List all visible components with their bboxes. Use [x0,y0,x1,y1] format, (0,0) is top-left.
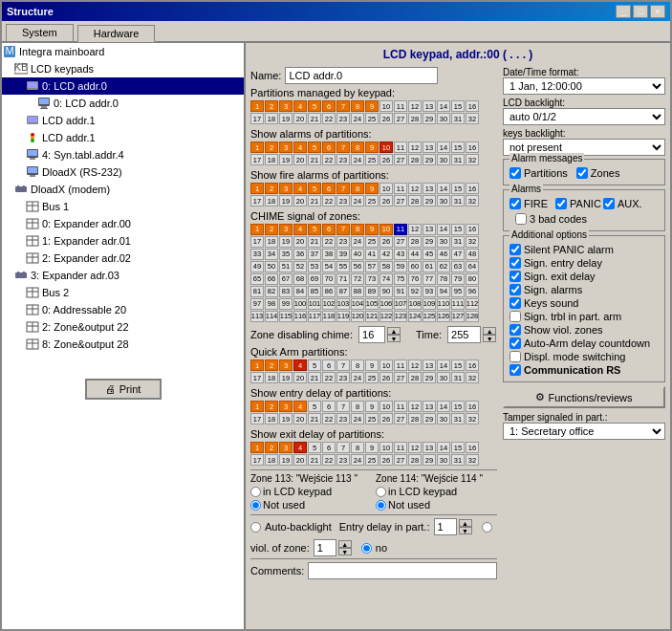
pm-12[interactable]: 12 [408,100,422,112]
al-6[interactable]: 6 [322,141,336,153]
entry-delay-down[interactable]: ▼ [459,527,472,534]
exd-21[interactable]: 21 [308,454,321,466]
exd-26[interactable]: 26 [379,454,393,466]
qa-25[interactable]: 25 [365,372,379,383]
qa-23[interactable]: 23 [336,372,350,383]
tab-hardware[interactable]: Hardware [77,25,156,42]
ch-98[interactable]: 98 [265,298,278,310]
al-10[interactable]: 10 [379,141,393,153]
tree-bus2[interactable]: 3: Expander adr.03 [2,267,244,284]
pm-6[interactable]: 6 [322,100,336,112]
pm-9[interactable]: 9 [365,100,379,112]
ch-30[interactable]: 30 [437,236,450,248]
qa-26[interactable]: 26 [379,372,393,383]
qa-11[interactable]: 11 [394,359,407,371]
al-3[interactable]: 3 [279,141,293,153]
al-4[interactable]: 4 [293,141,307,153]
ed-16[interactable]: 16 [466,401,479,412]
fa-11[interactable]: 11 [394,183,407,194]
fa-24[interactable]: 24 [351,195,364,207]
qa-4[interactable]: 4 [293,359,307,371]
exd-13[interactable]: 13 [423,442,436,453]
tree-dload2[interactable]: DloadX (RS-232) [2,163,244,181]
ch-25[interactable]: 25 [365,236,379,248]
ch-81[interactable]: 81 [250,286,264,297]
qa-31[interactable]: 31 [451,372,465,383]
ch-117[interactable]: 117 [308,311,321,322]
keys-sound-cb[interactable] [509,297,521,309]
ch-56[interactable]: 56 [351,261,364,272]
fa-7[interactable]: 7 [336,183,350,194]
ch-85[interactable]: 85 [308,286,321,297]
ed-7[interactable]: 7 [336,401,350,412]
ch-119[interactable]: 119 [336,311,350,322]
tree-dload1[interactable]: 4: Syn.tabl.addr.4 [2,146,244,163]
ed-25[interactable]: 25 [365,413,379,424]
ch-57[interactable]: 57 [365,261,379,272]
fire-cb[interactable] [509,198,521,209]
qa-1[interactable]: 1 [250,359,264,371]
fa-3[interactable]: 3 [279,183,293,194]
tree-lcd-addr1[interactable]: LCD addr.1 [2,112,244,129]
ch-11[interactable]: 11 [394,224,407,235]
pm-30[interactable]: 30 [437,113,450,124]
silent-panic-cb[interactable] [509,244,521,255]
ch-124[interactable]: 124 [408,311,422,322]
zone-chime-up[interactable]: ▲ [387,327,401,335]
pm-23[interactable]: 23 [336,113,350,124]
al-22[interactable]: 22 [322,154,336,165]
pm-17[interactable]: 17 [250,113,264,124]
ch-27[interactable]: 27 [394,236,407,248]
pm-27[interactable]: 27 [394,113,407,124]
fa-32[interactable]: 32 [466,195,479,207]
zone113-notused-radio[interactable] [250,500,261,511]
tree-addr20[interactable]: Bus 2 [2,284,244,301]
ch-70[interactable]: 70 [322,273,336,285]
pm-10[interactable]: 10 [379,100,393,112]
al-18[interactable]: 18 [265,154,278,165]
ed-27[interactable]: 27 [394,413,407,424]
pm-32[interactable]: 32 [466,113,479,124]
ch-44[interactable]: 44 [408,249,422,260]
ch-61[interactable]: 61 [423,261,436,272]
exd-9[interactable]: 9 [365,442,379,453]
ch-34[interactable]: 34 [265,249,278,260]
al-21[interactable]: 21 [308,154,321,165]
ch-113[interactable]: 113 [250,311,264,322]
ch-23[interactable]: 23 [336,236,350,248]
zone113-lcd-radio[interactable] [250,487,261,497]
alarm-partitions-cb[interactable] [509,167,521,179]
ch-60[interactable]: 60 [408,261,422,272]
tree-exp02[interactable]: 1: Expander adr.01 [2,232,244,250]
fa-14[interactable]: 14 [437,183,450,194]
ch-50[interactable]: 50 [265,261,278,272]
ch-111[interactable]: 111 [451,298,465,310]
exd-24[interactable]: 24 [351,454,364,466]
fa-20[interactable]: 20 [293,195,307,207]
ed-13[interactable]: 13 [423,401,436,412]
pm-11[interactable]: 11 [394,100,407,112]
fa-6[interactable]: 6 [322,183,336,194]
ed-17[interactable]: 17 [250,413,264,424]
ch-90[interactable]: 90 [379,286,393,297]
qa-10[interactable]: 10 [379,359,393,371]
ed-28[interactable]: 28 [408,413,422,424]
pm-28[interactable]: 28 [408,113,422,124]
fa-23[interactable]: 23 [336,195,350,207]
ch-15[interactable]: 15 [451,224,465,235]
pm-2[interactable]: 2 [265,100,278,112]
fa-18[interactable]: 18 [265,195,278,207]
al-30[interactable]: 30 [437,154,450,165]
exd-27[interactable]: 27 [394,454,407,466]
pm-26[interactable]: 26 [379,113,393,124]
tree-bus1[interactable]: DloadX (modem) [2,181,244,198]
fa-31[interactable]: 31 [451,195,465,207]
ch-84[interactable]: 84 [293,286,307,297]
ch-126[interactable]: 126 [437,311,450,322]
qa-5[interactable]: 5 [308,359,321,371]
ch-73[interactable]: 73 [365,273,379,285]
al-24[interactable]: 24 [351,154,364,165]
al-23[interactable]: 23 [336,154,350,165]
ed-11[interactable]: 11 [394,401,407,412]
exd-23[interactable]: 23 [336,454,350,466]
